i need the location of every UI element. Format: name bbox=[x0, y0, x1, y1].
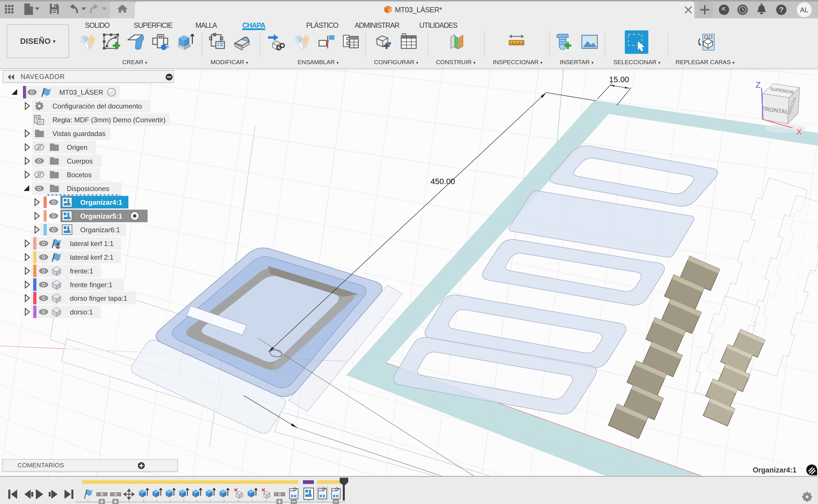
svg-text:Vistas guardadas: Vistas guardadas bbox=[52, 130, 105, 137]
svg-text:Organizar6:1: Organizar6:1 bbox=[80, 226, 120, 234]
svg-text:MT03_LÁSER: MT03_LÁSER bbox=[59, 88, 103, 96]
svg-text:Z: Z bbox=[756, 80, 761, 89]
svg-text:dorso:1: dorso:1 bbox=[70, 308, 93, 316]
svg-text:lateral kerf 2:1: lateral kerf 2:1 bbox=[70, 253, 113, 261]
svg-text:Origen: Origen bbox=[67, 143, 87, 151]
svg-text:?: ? bbox=[779, 5, 784, 14]
svg-text:Regla: MDF (3mm) Demo (Convert: Regla: MDF (3mm) Demo (Convertir) bbox=[52, 116, 166, 124]
svg-text:Configuración del documento: Configuración del documento bbox=[52, 102, 142, 110]
svg-text:dorso finger tapa:1: dorso finger tapa:1 bbox=[70, 294, 127, 302]
svg-text:lateral kerf 1:1: lateral kerf 1:1 bbox=[70, 240, 113, 247]
svg-text:Disposiciones: Disposiciones bbox=[67, 185, 109, 192]
svg-text:frente:1: frente:1 bbox=[70, 267, 93, 275]
svg-text:frente finger:1: frente finger:1 bbox=[70, 281, 112, 289]
svg-text:450.00: 450.00 bbox=[430, 177, 455, 186]
svg-text:Cuerpos: Cuerpos bbox=[67, 157, 93, 165]
svg-text:Organizar5:1: Organizar5:1 bbox=[80, 212, 122, 220]
svg-text:AL: AL bbox=[800, 6, 808, 14]
svg-text:15.00: 15.00 bbox=[609, 75, 629, 84]
svg-text:Bocetos: Bocetos bbox=[67, 171, 92, 179]
svg-text:X: X bbox=[796, 127, 802, 136]
svg-text:Organizar4:1: Organizar4:1 bbox=[753, 466, 797, 474]
svg-text:Organizar4:1: Organizar4:1 bbox=[80, 198, 122, 206]
